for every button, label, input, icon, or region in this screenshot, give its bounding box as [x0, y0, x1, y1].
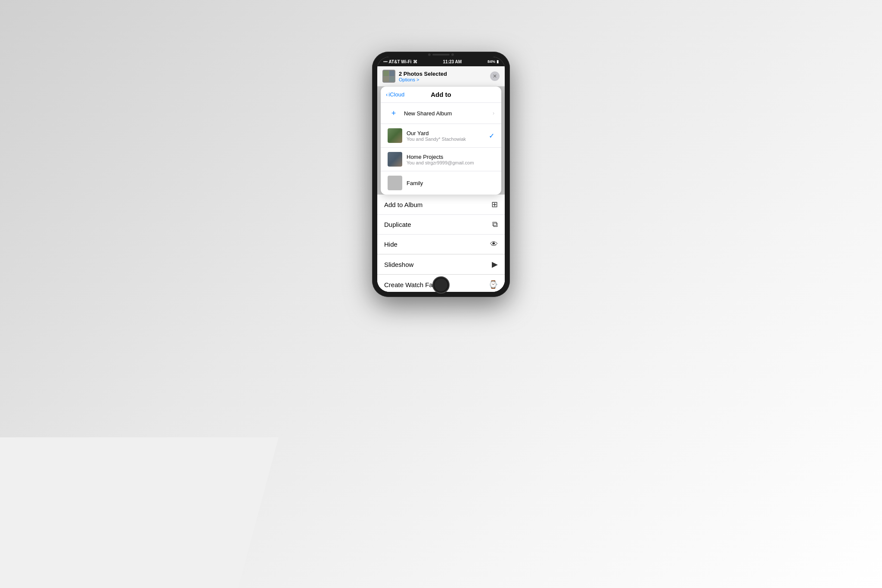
share-options-link[interactable]: Options > — [399, 77, 447, 82]
duplicate-icon: ⧉ — [492, 220, 498, 229]
menu-section-1: Add to Album ⊞ Duplicate ⧉ Hide 👁 — [377, 195, 505, 254]
home-projects-thumbnail — [388, 152, 402, 167]
add-to-album-label: Add to Album — [384, 201, 422, 208]
phone-device: ▪▪▪ AT&T Wi-Fi ⌘ 11:23 AM 84% ▮ — [372, 52, 510, 297]
thumb-cell-4 — [389, 77, 395, 82]
new-shared-album-label: New Shared Album — [404, 110, 493, 117]
album-row-home-projects[interactable]: Home Projects You and strgzr9999@gmail.c… — [381, 148, 501, 171]
add-to-overlay: ‹ iCloud Add to + New Shared Album › — [381, 87, 501, 195]
share-sheet-header: 2 Photos Selected Options > ✕ — [377, 66, 505, 87]
speaker-grill — [432, 54, 450, 56]
share-close-button[interactable]: ✕ — [490, 71, 500, 81]
share-thumbnails — [382, 70, 395, 83]
wifi-icon: ⌘ — [413, 59, 417, 64]
thumb-cell-1 — [383, 71, 389, 76]
new-shared-album-info: New Shared Album — [404, 110, 493, 117]
battery-icon: ▮ — [497, 59, 499, 64]
add-to-nav: ‹ iCloud Add to — [381, 87, 501, 103]
add-to-title: Add to — [431, 91, 451, 98]
share-title: 2 Photos Selected — [399, 71, 447, 77]
camera-area — [428, 53, 454, 56]
battery-label: 84% — [488, 59, 495, 64]
watch-icon: ⌚ — [488, 280, 498, 289]
share-header-left: 2 Photos Selected Options > — [382, 70, 447, 83]
thumb-cell-2 — [389, 71, 395, 76]
our-yard-checkmark: ✓ — [489, 132, 494, 140]
camera-dot — [428, 53, 431, 56]
slideshow-label: Slideshow — [384, 261, 413, 268]
menu-item-add-to-album[interactable]: Add to Album ⊞ — [377, 195, 505, 215]
close-icon: ✕ — [493, 73, 497, 79]
home-projects-subtitle: You and strgzr9999@gmail.com — [407, 160, 494, 165]
status-bar: ▪▪▪ AT&T Wi-Fi ⌘ 11:23 AM 84% ▮ — [377, 57, 505, 66]
home-projects-name: Home Projects — [407, 154, 494, 160]
signal-bars-icon: ▪▪▪ — [383, 59, 388, 64]
album-add-icon: ⊞ — [491, 200, 498, 209]
hide-icon: 👁 — [490, 240, 498, 249]
menu-item-hide[interactable]: Hide 👁 — [377, 235, 505, 254]
status-left: ▪▪▪ AT&T Wi-Fi ⌘ — [383, 59, 417, 64]
new-shared-album-row[interactable]: + New Shared Album › — [381, 103, 501, 124]
shelf — [0, 437, 279, 588]
phone-screen: ▪▪▪ AT&T Wi-Fi ⌘ 11:23 AM 84% ▮ — [377, 57, 505, 292]
home-projects-info: Home Projects You and strgzr9999@gmail.c… — [407, 154, 494, 165]
hide-label: Hide — [384, 241, 398, 248]
status-time: 11:23 AM — [443, 59, 462, 64]
family-name: Family — [407, 180, 494, 186]
home-button[interactable] — [432, 276, 450, 294]
our-yard-thumbnail — [388, 128, 402, 143]
icloud-back-button[interactable]: ‹ iCloud — [386, 91, 404, 98]
album-row-family[interactable]: Family — [381, 171, 501, 195]
new-album-chevron-icon: › — [493, 110, 494, 116]
play-icon: ▶ — [492, 260, 498, 269]
our-yard-info: Our Yard You and Sandy* Stachowiak — [407, 130, 489, 142]
create-watch-face-label: Create Watch Face — [384, 281, 440, 288]
carrier-label: AT&T Wi-Fi — [389, 59, 412, 64]
share-title-block: 2 Photos Selected Options > — [399, 71, 447, 82]
thumb-cell-3 — [383, 77, 389, 82]
our-yard-subtitle: You and Sandy* Stachowiak — [407, 136, 489, 142]
our-yard-name: Our Yard — [407, 130, 489, 136]
phone-body: ▪▪▪ AT&T Wi-Fi ⌘ 11:23 AM 84% ▮ — [372, 52, 510, 297]
menu-item-slideshow[interactable]: Slideshow ▶ — [377, 254, 505, 274]
family-info: Family — [407, 180, 494, 186]
status-right: 84% ▮ — [488, 59, 499, 64]
back-label: iCloud — [388, 91, 404, 98]
duplicate-label: Duplicate — [384, 221, 411, 228]
chevron-left-icon: ‹ — [386, 91, 388, 98]
menu-item-duplicate[interactable]: Duplicate ⧉ — [377, 215, 505, 235]
album-row-our-yard[interactable]: Our Yard You and Sandy* Stachowiak ✓ — [381, 124, 501, 148]
plus-icon: + — [388, 107, 400, 119]
sensor-dot — [451, 53, 454, 56]
menu-section-2: Slideshow ▶ — [377, 254, 505, 274]
family-thumbnail — [388, 176, 402, 190]
